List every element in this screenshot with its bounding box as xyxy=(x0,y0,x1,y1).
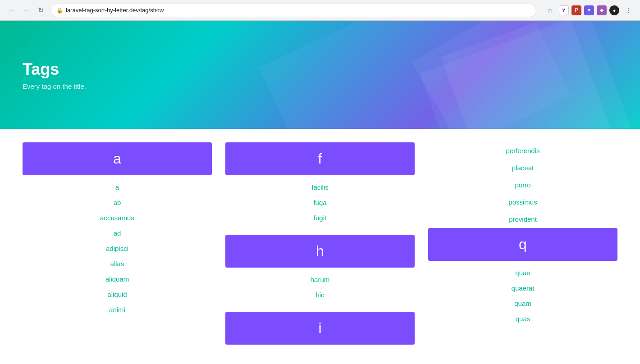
list-item: provident xyxy=(428,211,617,228)
url-text: laravel-tag-sort-by-letter.dev/tag/show xyxy=(66,7,164,14)
column-f: f facilis fuga fugit h harum hic i xyxy=(225,142,415,354)
hero-banner: Tags Every tag on the title. xyxy=(0,21,640,129)
column-p: perferendis placeat porro possimus provi… xyxy=(428,142,617,354)
list-item: fuga xyxy=(225,195,415,210)
tag-link[interactable]: aliquid xyxy=(107,291,127,298)
tag-link[interactable]: provident xyxy=(509,215,537,223)
forward-button[interactable]: → xyxy=(20,4,32,17)
bookmark-button[interactable]: ☆ xyxy=(544,4,556,17)
tag-link[interactable]: a xyxy=(115,183,119,191)
back-button[interactable]: ← xyxy=(5,4,18,17)
section-q: q quae quaerat quam quas xyxy=(428,228,617,327)
list-item: a xyxy=(23,180,212,195)
list-item: quas xyxy=(428,311,617,327)
purple-ext-icon[interactable]: ▼ xyxy=(584,5,594,15)
browser-actions: ☆ Y P ▼ ◆ ● ⋮ xyxy=(544,4,635,17)
list-item: possimus xyxy=(428,194,617,211)
section-a: a a ab accusamus ad adipisci alias aliqu… xyxy=(23,142,212,318)
hero-content: Tags Every tag on the title. xyxy=(23,60,86,90)
letter-header-q: q xyxy=(428,228,617,261)
p-items: perferendis placeat porro possimus provi… xyxy=(428,142,617,228)
tag-link[interactable]: porro xyxy=(515,181,530,189)
red-ext-icon[interactable]: P xyxy=(571,5,581,15)
menu-button[interactable]: ⋮ xyxy=(622,4,635,17)
tag-link[interactable]: fuga xyxy=(313,199,326,206)
tag-link[interactable]: hic xyxy=(315,291,324,299)
hero-subtitle: Every tag on the title. xyxy=(23,82,86,90)
letter-header-h: h xyxy=(225,235,415,268)
list-item: fugit xyxy=(225,210,415,226)
list-item: porro xyxy=(428,177,617,194)
list-item: alias xyxy=(23,256,212,272)
list-item: quaerat xyxy=(428,281,617,296)
tag-list-h: harum hic xyxy=(225,272,415,303)
tag-list-p: perferendis placeat porro possimus provi… xyxy=(428,142,617,228)
list-item: perferendis xyxy=(428,142,617,159)
tag-link[interactable]: perferendis xyxy=(506,147,539,155)
tag-link[interactable]: fugit xyxy=(314,214,326,222)
list-item: ab xyxy=(23,195,212,210)
letter-header-a: a xyxy=(23,142,212,175)
tag-link[interactable]: possimus xyxy=(508,198,537,206)
tag-link[interactable]: facilis xyxy=(311,183,329,191)
tag-link[interactable]: accusamus xyxy=(100,214,134,222)
section-i: i xyxy=(225,312,415,345)
tag-link[interactable]: aliquam xyxy=(105,275,129,283)
list-item: animi xyxy=(23,302,212,318)
reload-button[interactable]: ↻ xyxy=(34,4,47,17)
tag-link[interactable]: animi xyxy=(109,306,125,314)
main-content: a a ab accusamus ad adipisci alias aliqu… xyxy=(0,129,640,364)
browser-chrome: ← → ↻ 🔒 laravel-tag-sort-by-letter.dev/t… xyxy=(0,0,640,21)
section-h: h harum hic xyxy=(225,235,415,303)
list-item: harum xyxy=(225,272,415,287)
tag-list-q: quae quaerat quam quas xyxy=(428,265,617,327)
list-item: aliquam xyxy=(23,272,212,287)
hero-title: Tags xyxy=(23,60,86,79)
section-f: f facilis fuga fugit xyxy=(225,142,415,226)
user-icon[interactable]: ● xyxy=(609,5,619,15)
address-bar[interactable]: 🔒 laravel-tag-sort-by-letter.dev/tag/sho… xyxy=(50,4,536,17)
tag-link[interactable]: quas xyxy=(516,315,530,323)
list-item: quam xyxy=(428,296,617,311)
list-item: ad xyxy=(23,226,212,241)
yahoo-ext-icon[interactable]: Y xyxy=(559,5,569,15)
list-item: aliquid xyxy=(23,287,212,302)
tag-link[interactable]: quam xyxy=(514,300,531,307)
tag-link[interactable]: quaerat xyxy=(512,284,535,292)
tag-link[interactable]: adipisci xyxy=(106,245,128,252)
tag-list-a: a ab accusamus ad adipisci alias aliquam… xyxy=(23,180,212,318)
tag-link[interactable]: placeat xyxy=(512,164,534,172)
letter-header-f: f xyxy=(225,142,415,175)
list-item: quae xyxy=(428,265,617,281)
list-item: adipisci xyxy=(23,241,212,256)
lock-icon: 🔒 xyxy=(56,7,63,14)
tag-link[interactable]: ad xyxy=(114,229,121,237)
nav-buttons: ← → ↻ xyxy=(5,4,47,17)
columns-wrapper: a a ab accusamus ad adipisci alias aliqu… xyxy=(23,142,617,354)
violet-ext-icon[interactable]: ◆ xyxy=(597,5,607,15)
hero-decoration-1 xyxy=(259,21,571,129)
tag-list-f: facilis fuga fugit xyxy=(225,180,415,226)
list-item: facilis xyxy=(225,180,415,195)
tag-link[interactable]: quae xyxy=(515,269,530,277)
list-item: hic xyxy=(225,287,415,303)
list-item: accusamus xyxy=(23,210,212,226)
tag-link[interactable]: ab xyxy=(114,199,121,206)
list-item: placeat xyxy=(428,159,617,177)
column-a: a a ab accusamus ad adipisci alias aliqu… xyxy=(23,142,212,354)
tag-link[interactable]: harum xyxy=(311,276,330,283)
tag-link[interactable]: alias xyxy=(110,260,124,268)
letter-header-i: i xyxy=(225,312,415,345)
